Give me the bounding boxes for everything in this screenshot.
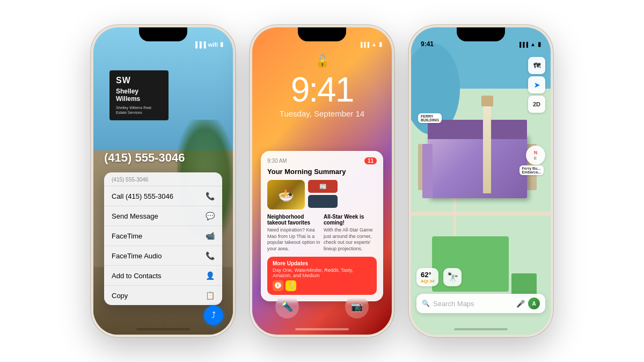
wifi-icon-1: wifi <box>208 41 218 48</box>
flashlight-icon: 🔦 <box>281 301 293 313</box>
map-view-button[interactable]: 🗺 <box>528 57 545 74</box>
iphone-1: SW Shelley Willems Shelley Willems Real … <box>91 25 235 337</box>
status-icons-2: ▐▐▐ ▲ ▮ <box>359 41 382 48</box>
phone-number-overlay: (415) 555-3046 <box>104 151 222 165</box>
home-indicator-3 <box>454 328 508 330</box>
weather-aqi: AQI 34 <box>421 279 434 284</box>
notif-more[interactable]: More Updates Day One, WaterMinder, Reddi… <box>267 257 377 295</box>
lock-date: Tuesday, September 14 <box>252 109 392 118</box>
notif-more-icons: 🅡 🍴 <box>273 280 371 291</box>
binoculars-icon: 🔭 <box>447 272 458 283</box>
signal-icon-1: ▐▐▐ <box>193 41 206 48</box>
weather-widget: 62° AQI 34 <box>416 268 438 286</box>
add-contacts-icon: 👤 <box>206 271 215 280</box>
iphone-3: 9:41 ▐▐▐ ▲ ▮ 🗺 ➤ 2D <box>409 25 553 337</box>
article1-title: Neighborhood takeout favorites <box>267 214 320 226</box>
camera-button[interactable]: 📷 <box>345 295 369 318</box>
map-icon: 🗺 <box>533 62 540 70</box>
notification-card[interactable]: 9:30 AM 11 Your Morning Summary 📰 <box>261 151 383 301</box>
lock-icon: 🔓 <box>252 54 392 68</box>
wifi-icon-3: ▲ <box>530 41 536 47</box>
location-icon: ➤ <box>534 81 540 89</box>
binoculars-button[interactable]: 🔭 <box>443 268 462 286</box>
iphone-2: ▐▐▐ ▲ ▮ 🔓 9:41 Tuesday, September 14 9:3… <box>250 25 394 337</box>
notif-article-2: All-Star Week is coming! With the All-St… <box>324 214 377 252</box>
sw-company: Shelley Willems Real Estate Services <box>116 105 162 115</box>
ferry-building-label: FERRYBUILDING <box>418 113 442 123</box>
news-img-2 <box>308 195 338 208</box>
2d-label: 2D <box>533 101 540 107</box>
compass-indicator: NE <box>534 150 538 161</box>
notif-title: Your Morning Summary <box>267 168 377 176</box>
facetime-audio-icon: 📞 <box>206 251 215 260</box>
reddit-icon: 🅡 <box>273 280 283 291</box>
tasty-icon: 🍴 <box>286 280 296 291</box>
menu-item-facetime-label: FaceTime <box>112 232 142 240</box>
iphone-3-screen: 9:41 ▐▐▐ ▲ ▮ 🗺 ➤ 2D <box>411 27 551 335</box>
embarcadero-label: Ferry Bu...Embarca... <box>519 165 544 175</box>
menu-item-call[interactable]: Call (415) 555-3046 📞 <box>104 186 222 206</box>
ferry-building-label-text: FERRYBUILDING <box>421 114 439 122</box>
map-controls: 🗺 ➤ 2D <box>528 57 545 113</box>
status-icons-1: ▐▐▐ wifi ▮ <box>193 41 223 48</box>
menu-item-message[interactable]: Send Message 💬 <box>104 206 222 226</box>
notif-time: 9:30 AM <box>267 158 287 164</box>
notif-more-title: More Updates <box>273 260 371 266</box>
lock-screen-content: 🔓 9:41 Tuesday, September 14 <box>252 54 392 118</box>
menu-item-copy[interactable]: Copy 📋 <box>104 286 222 305</box>
ferry-side-wing <box>422 144 433 198</box>
menu-item-facetime-audio-label: FaceTime Audio <box>112 252 162 260</box>
iphone-1-screen: SW Shelley Willems Shelley Willems Real … <box>93 27 233 335</box>
article2-text: With the All-Star Game just around the c… <box>324 227 377 252</box>
search-magnifier-icon: 🔍 <box>422 300 430 307</box>
iphone-2-screen: ▐▐▐ ▲ ▮ 🔓 9:41 Tuesday, September 14 9:3… <box>252 27 392 335</box>
notch-3 <box>457 27 505 41</box>
notif-more-text: Day One, WaterMinder, Reddit, Tasty, Ama… <box>273 267 371 278</box>
message-icon: 💬 <box>206 212 215 220</box>
clock-tower <box>483 100 492 193</box>
map-compass[interactable]: NE <box>526 146 545 165</box>
article2-title: All-Star Week is coming! <box>324 214 377 226</box>
sw-contact-name: Shelley Willems <box>116 88 162 103</box>
ferry-building-complex <box>422 120 527 218</box>
menu-item-add-contacts[interactable]: Add to Contacts 👤 <box>104 266 222 286</box>
weather-temperature: 62° <box>421 271 434 279</box>
signal-icon-2: ▐▐▐ <box>359 42 369 47</box>
notif-badge: 11 <box>364 157 377 164</box>
lock-bottom-controls: 🔦 📷 <box>252 295 392 318</box>
maps-search-bar[interactable]: 🔍 Search Maps 🎤 A <box>416 294 545 313</box>
news-img-1: 📰 <box>308 180 338 193</box>
phones-container: SW Shelley Willems Shelley Willems Real … <box>0 0 644 362</box>
news-icon-1: 📰 <box>319 183 327 190</box>
battery-icon-3: ▮ <box>538 41 541 48</box>
menu-item-facetime-audio[interactable]: FaceTime Audio 📞 <box>104 246 222 266</box>
call-icon: 📞 <box>206 192 215 200</box>
menu-item-copy-label: Copy <box>112 292 128 300</box>
avatar-initial: A <box>532 301 536 307</box>
battery-icon-2: ▮ <box>379 41 382 48</box>
notif-header: 9:30 AM 11 <box>267 157 377 164</box>
flashlight-button[interactable]: 🔦 <box>275 295 299 318</box>
copy-icon: 📋 <box>206 291 215 300</box>
home-indicator-2 <box>295 328 349 330</box>
article1-text: Need inspiration? Kea Mao from Up Thai i… <box>267 227 320 252</box>
ferry-hall-main <box>428 134 527 198</box>
lock-time: 9:41 <box>252 73 392 107</box>
menu-item-call-label: Call (415) 555-3046 <box>112 192 173 200</box>
menu-item-add-contacts-label: Add to Contacts <box>112 272 162 280</box>
signal-icon-3: ▐▐▐ <box>518 42 528 47</box>
share-button[interactable]: ⤴ <box>204 306 223 325</box>
notif-images-right: 📰 <box>308 180 338 209</box>
user-avatar[interactable]: A <box>528 298 540 309</box>
2d-button[interactable]: 2D <box>528 96 545 113</box>
notif-article-1: Neighborhood takeout favorites Need insp… <box>267 214 320 252</box>
sw-logo: SW <box>116 76 162 85</box>
menu-item-facetime[interactable]: FaceTime 📹 <box>104 226 222 246</box>
battery-icon-1: ▮ <box>220 41 223 48</box>
home-indicator-1 <box>136 328 190 330</box>
microphone-icon[interactable]: 🎤 <box>516 300 525 308</box>
ferry-hall-roof <box>428 120 527 140</box>
menu-item-message-label: Send Message <box>112 212 158 220</box>
location-button[interactable]: ➤ <box>528 76 545 93</box>
status-time-3: 9:41 <box>421 40 434 48</box>
